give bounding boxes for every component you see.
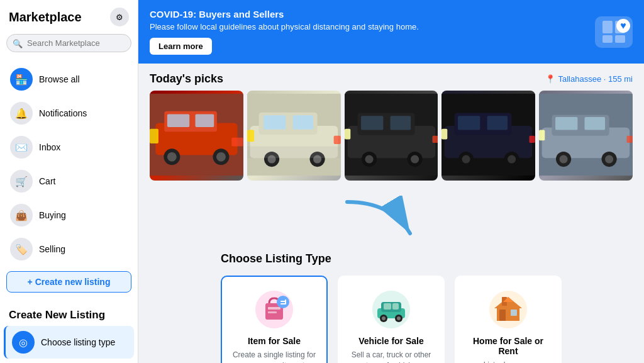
sidebar-title: Marketplace: [9, 10, 82, 25]
svg-rect-7: [167, 114, 189, 126]
choose-section: Choose Listing Type: [183, 246, 599, 363]
svg-rect-24: [247, 130, 254, 142]
choose-listing-title: Choose Listing Type: [221, 252, 562, 265]
pick-card-2[interactable]: [247, 91, 341, 181]
todays-picks-header: Today's picks 📍 Tallahassee · 155 mi: [138, 64, 644, 91]
listing-card-vehicle-for-sale[interactable]: Vehicle for Sale Sell a car, truck or ot…: [338, 276, 445, 363]
gear-button[interactable]: ⚙: [110, 8, 129, 26]
svg-rect-25: [333, 136, 340, 144]
sidebar-item-buying[interactable]: 👜 Buying: [4, 199, 134, 232]
home-for-sale-svg: [488, 289, 528, 330]
svg-point-57: [605, 155, 613, 164]
svg-point-46: [508, 155, 516, 164]
pick-card-5[interactable]: [539, 91, 633, 181]
svg-rect-26: [247, 147, 341, 159]
svg-rect-19: [292, 115, 313, 129]
covid-description: Please follow local guidelines about phy…: [150, 22, 419, 31]
svg-rect-73: [392, 303, 399, 310]
car5-image: [539, 91, 633, 179]
curved-arrow: [328, 196, 454, 246]
car1-image: [150, 91, 243, 179]
svg-rect-8: [196, 114, 214, 126]
svg-rect-42: [487, 116, 508, 130]
svg-rect-58: [539, 130, 545, 141]
svg-point-12: [216, 152, 226, 162]
pick-card-3[interactable]: [345, 91, 438, 181]
svg-rect-48: [530, 136, 535, 143]
vehicle-for-sale-desc: Sell a car, truck or other type of vehic…: [349, 350, 433, 363]
sidebar-header: Marketplace ⚙: [0, 0, 138, 31]
svg-rect-3: [615, 35, 625, 43]
car4-image: [441, 91, 535, 179]
browse-label: Browse all: [39, 74, 80, 84]
svg-rect-68: [285, 299, 286, 304]
svg-rect-53: [585, 117, 606, 130]
svg-rect-0: [602, 21, 613, 33]
inbox-icon: ✉️: [10, 136, 33, 159]
buying-label: Buying: [39, 210, 66, 220]
listing-card-home-for-sale[interactable]: Home for Sale or Rent List a house or ap…: [455, 276, 562, 363]
svg-rect-80: [499, 310, 506, 321]
selling-label: Selling: [39, 244, 65, 254]
svg-rect-59: [627, 136, 633, 143]
home-for-sale-icon: [488, 289, 528, 330]
svg-rect-64: [268, 311, 277, 313]
item-for-sale-desc: Create a single listing for one or more …: [232, 350, 316, 363]
svg-rect-30: [361, 116, 383, 130]
svg-rect-14: [231, 138, 243, 147]
svg-point-35: [411, 155, 419, 164]
covid-banner: COVID-19: Buyers and Sellers Please foll…: [138, 0, 644, 64]
browse-icon: 🏪: [10, 68, 33, 91]
home-for-sale-title: Home for Sale or Rent: [466, 336, 550, 356]
svg-point-55: [560, 155, 568, 164]
create-new-listing-button[interactable]: + Create new listing: [6, 271, 131, 293]
notifications-label: Notifications: [39, 108, 87, 118]
create-btn-wrapper: + Create new listing: [6, 271, 131, 293]
svg-point-77: [397, 316, 401, 320]
sidebar-item-inbox[interactable]: ✉️ Inbox: [4, 131, 134, 164]
buying-icon: 👜: [10, 204, 33, 226]
vehicle-for-sale-icon: [371, 289, 411, 330]
gear-icon: ⚙: [116, 13, 123, 22]
choose-listing-section: Choose Listing Type: [138, 246, 644, 363]
create-section-title: Create New Listing: [0, 303, 138, 325]
svg-rect-72: [384, 303, 391, 310]
svg-rect-13: [150, 129, 158, 143]
svg-point-33: [365, 155, 373, 164]
sidebar-item-browse[interactable]: 🏪 Browse all: [4, 63, 134, 96]
item-for-sale-title: Item for Sale: [248, 336, 301, 346]
car3-image: [345, 91, 438, 179]
sidebar-item-choose-listing[interactable]: ◎ Choose listing type: [4, 326, 134, 359]
covid-icon: ♥: [595, 16, 633, 48]
pick-card-1[interactable]: [150, 91, 243, 181]
listing-card-item-for-sale[interactable]: Item for Sale Create a single listing fo…: [221, 276, 328, 363]
sidebar-item-cart[interactable]: 🛒 Cart: [4, 165, 134, 198]
todays-picks-title: Today's picks: [150, 72, 223, 86]
search-input[interactable]: [6, 34, 131, 52]
svg-rect-81: [511, 310, 517, 316]
vehicle-for-sale-svg: [371, 289, 411, 330]
covid-text: COVID-19: Buyers and Sellers Please foll…: [150, 9, 419, 55]
cart-icon: 🛒: [10, 170, 33, 193]
item-for-sale-svg: [254, 289, 294, 330]
svg-rect-63: [268, 307, 280, 310]
svg-rect-36: [345, 129, 350, 140]
learn-more-button[interactable]: Learn more: [150, 38, 212, 55]
location-badge: 📍 Tallahassee · 155 mi: [545, 74, 633, 84]
car2-image: [247, 91, 341, 179]
svg-rect-18: [264, 115, 286, 129]
pick-card-4[interactable]: [441, 91, 535, 181]
choose-listing-label: Choose listing type: [41, 337, 115, 347]
svg-rect-31: [390, 116, 411, 130]
heart-icon: ♥: [616, 19, 630, 33]
search-box: 🔍: [6, 34, 131, 52]
svg-rect-41: [458, 116, 480, 130]
inbox-label: Inbox: [39, 142, 60, 152]
search-icon: 🔍: [13, 38, 23, 48]
sidebar-item-notifications[interactable]: 🔔 Notifications: [4, 97, 134, 130]
svg-rect-67: [280, 303, 286, 304]
sidebar-item-selling[interactable]: 🏷️ Selling: [4, 233, 134, 265]
svg-rect-2: [602, 35, 613, 43]
item-for-sale-icon: [254, 289, 294, 330]
svg-rect-37: [432, 136, 438, 143]
